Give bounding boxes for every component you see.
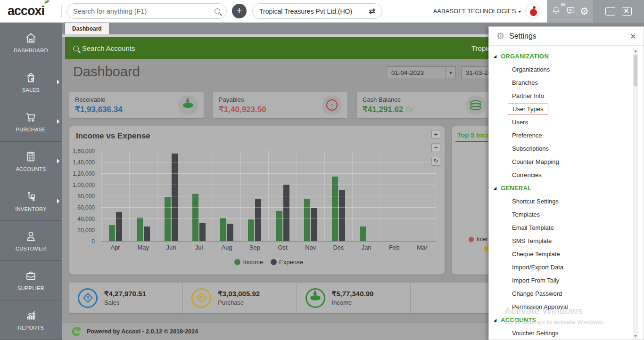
sidebar-item-reports[interactable]: REPORTS bbox=[0, 300, 62, 340]
settings-section-accounts[interactable]: ◢ACCOUNTS bbox=[489, 313, 633, 326]
receivable-card: Receivable ₹1,93,636.34 bbox=[69, 92, 204, 118]
calendar-dropdown-icon[interactable]: ▼ bbox=[446, 67, 455, 79]
search-icon[interactable] bbox=[215, 8, 220, 14]
sidebar-item-customer[interactable]: CUSTOMER bbox=[0, 221, 62, 260]
settings-item-branches[interactable]: Branches bbox=[489, 76, 633, 89]
settings-button[interactable]: ⚙ bbox=[580, 6, 589, 16]
tab-dashboard[interactable]: Dashboard bbox=[65, 23, 109, 34]
rupee-diamond-icon: ₹ bbox=[191, 288, 211, 308]
settings-item-organizations[interactable]: Organizations bbox=[489, 63, 633, 76]
messages-button[interactable] bbox=[566, 5, 576, 17]
add-button[interactable]: + bbox=[232, 4, 247, 18]
settings-section-organization[interactable]: ◢ORGANIZATION bbox=[489, 49, 633, 63]
close-window-button[interactable] bbox=[622, 7, 632, 16]
settings-panel: ⚙ Settings × ◢ORGANIZATIONOrganizationsB… bbox=[488, 26, 644, 340]
bar-income-dec bbox=[332, 177, 338, 241]
search-input[interactable] bbox=[73, 8, 211, 15]
settings-item-change-password[interactable]: Change Password bbox=[489, 287, 633, 300]
bar-expense-jun bbox=[172, 154, 178, 241]
bar-income-may bbox=[137, 218, 143, 241]
sidebar-item-inventory[interactable]: INVENTORY bbox=[0, 181, 62, 221]
section-label: ORGANIZATION bbox=[501, 53, 549, 60]
sidebar-item-supplier[interactable]: SUPPLIER bbox=[0, 261, 62, 300]
summary-label: Sales bbox=[104, 299, 146, 306]
date-from-field[interactable]: 01-04-2023 ▼ bbox=[387, 66, 456, 79]
icon-zone: 99 ⚙ bbox=[547, 0, 593, 23]
sidebar-item-label: DASHBOARD bbox=[14, 48, 48, 53]
bar-income-jun bbox=[165, 197, 171, 241]
search-icon bbox=[73, 46, 79, 51]
settings-item-email-template[interactable]: Email Template bbox=[489, 221, 633, 234]
x-tick-label: Jul bbox=[185, 244, 213, 251]
chart-zoom-in-button[interactable]: + bbox=[431, 130, 440, 139]
bar-expense-oct bbox=[283, 185, 289, 241]
logo-text: accoxi bbox=[8, 4, 44, 18]
organization-selector[interactable]: Tropical Treasures Pvt Ltd.(HO) ⇄ bbox=[252, 3, 382, 19]
sidebar-item-sales[interactable]: SALES bbox=[0, 62, 62, 102]
settings-item-partner-info[interactable]: Partner Info bbox=[489, 89, 633, 102]
settings-item-import-export-data[interactable]: Import/Export Data bbox=[489, 260, 633, 274]
search-accounts[interactable]: Search Accounts bbox=[73, 44, 135, 52]
scroll-up-icon[interactable]: ▲ bbox=[633, 49, 638, 52]
arrow-up-circle-icon: ↑ bbox=[322, 95, 342, 115]
sidebar-item-dashboard[interactable]: DASHBOARD bbox=[0, 23, 62, 62]
settings-item-counter-mapping[interactable]: Counter Mapping bbox=[489, 155, 633, 168]
settings-title: Settings bbox=[509, 32, 537, 40]
settings-scrollbar[interactable]: ▲ ▼ bbox=[633, 48, 638, 339]
x-tick-label: Mar bbox=[408, 244, 436, 251]
legend-dot bbox=[234, 259, 240, 265]
y-tick-label: 80,000 bbox=[77, 193, 95, 200]
sidebar-item-label: CUSTOMER bbox=[16, 246, 46, 251]
summary-label: Income bbox=[332, 299, 374, 306]
briefcase-icon bbox=[25, 269, 37, 282]
topbar-right: AABASOFT TECHNOLOGIES ▸ 99 ⚙ bbox=[433, 0, 644, 23]
y-axis-labels: 1,60,0001,40,0001,20,0001,00,00080,00060… bbox=[69, 151, 99, 241]
settings-item-currencies[interactable]: Currencies bbox=[489, 168, 633, 181]
x-tick-label: Nov bbox=[297, 244, 324, 251]
settings-item-subscriptions[interactable]: Subscriptions bbox=[489, 142, 633, 155]
submenu-arrow-icon bbox=[57, 119, 59, 124]
bar-expense-aug bbox=[227, 224, 233, 241]
x-tick-label: May bbox=[129, 244, 157, 251]
settings-item-import-from-tally[interactable]: Import From Tally bbox=[489, 274, 633, 287]
notifications-button[interactable]: 99 bbox=[551, 5, 561, 17]
settings-section-general[interactable]: ◢GENERAL bbox=[489, 181, 633, 194]
close-settings-button[interactable]: × bbox=[630, 31, 636, 41]
y-tick-label: 20,000 bbox=[77, 227, 95, 234]
legend-label: Expense bbox=[279, 259, 303, 266]
scroll-down-icon[interactable]: ▼ bbox=[633, 334, 638, 338]
gear-icon: ⚙ bbox=[496, 31, 504, 41]
settings-item-permission-approval[interactable]: Permission Approval bbox=[489, 300, 633, 313]
avatar[interactable] bbox=[526, 4, 540, 18]
sidebar-item-purchase[interactable]: PURCHASE bbox=[0, 102, 62, 142]
expand-icon: ◢ bbox=[494, 318, 496, 322]
date-from-value: 01-04-2023 bbox=[387, 69, 446, 76]
settings-item-user-types[interactable]: User Types bbox=[489, 102, 633, 115]
gridline bbox=[101, 230, 436, 230]
cart-icon bbox=[25, 111, 37, 123]
global-search[interactable] bbox=[66, 3, 227, 19]
top-bar: accoxi + Tropical Treasures Pvt Ltd.(HO)… bbox=[0, 0, 644, 23]
settings-item-cheque-template[interactable]: Cheque Template bbox=[489, 247, 633, 260]
settings-item-preference[interactable]: Preference bbox=[489, 129, 633, 142]
minimize-button[interactable] bbox=[605, 7, 615, 16]
chart-legend: IncomeExpense bbox=[101, 259, 436, 266]
sidebar-item-accounts[interactable]: ACCOUNTS bbox=[0, 142, 62, 181]
scrollbar-thumb[interactable] bbox=[634, 55, 637, 86]
sidebar-item-label: ACCOUNTS bbox=[16, 166, 46, 172]
settings-item-shortcut-settings[interactable]: Shortcut Settings bbox=[489, 194, 633, 208]
expand-icon: ◢ bbox=[494, 186, 496, 190]
company-menu[interactable]: AABASOFT TECHNOLOGIES ▸ bbox=[433, 8, 526, 15]
avatar-mark bbox=[530, 9, 537, 16]
settings-item-sms-template[interactable]: SMS Template bbox=[489, 234, 633, 247]
gridline bbox=[101, 207, 436, 208]
settings-item-voucher-settings[interactable]: Voucher Settings bbox=[489, 326, 633, 340]
gridline bbox=[101, 151, 436, 151]
settings-item-users[interactable]: Users bbox=[489, 115, 633, 129]
settings-item-templates[interactable]: Templates bbox=[489, 208, 633, 221]
settings-header: ⚙ Settings × bbox=[489, 27, 644, 46]
switch-organization-icon[interactable]: ⇄ bbox=[369, 7, 375, 16]
sales-summary: ₹ ₹4,27,970.51Sales bbox=[69, 283, 183, 313]
organization-selector-label: Tropical Treasures Pvt Ltd.(HO) bbox=[259, 8, 352, 15]
trolley-icon bbox=[25, 190, 37, 203]
